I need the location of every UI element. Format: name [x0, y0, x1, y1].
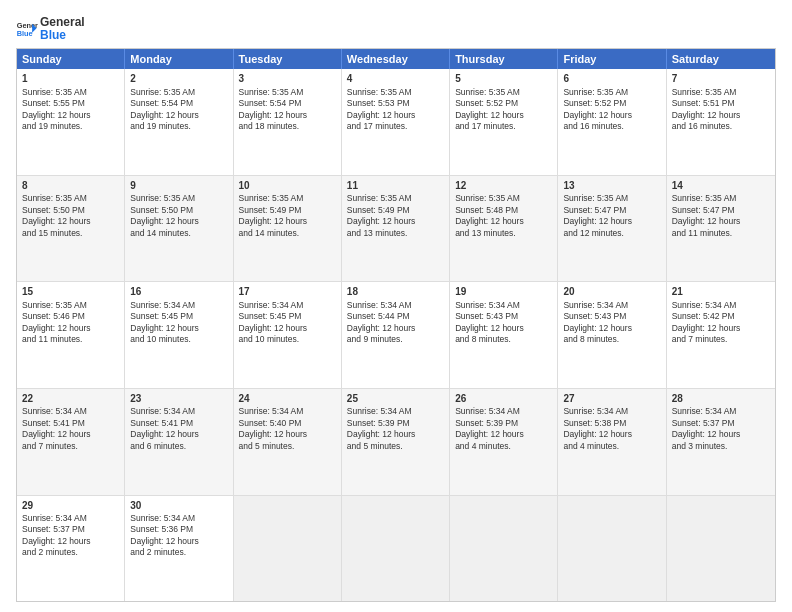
day-info-line: Sunset: 5:41 PM [22, 418, 119, 429]
day-info-line: Sunrise: 5:34 AM [130, 513, 227, 524]
empty-cell [450, 496, 558, 602]
day-info-line: Daylight: 12 hours [347, 323, 444, 334]
day-cell-19: 19Sunrise: 5:34 AMSunset: 5:43 PMDayligh… [450, 282, 558, 388]
header: General Blue General Blue [16, 12, 776, 42]
day-number: 8 [22, 179, 119, 193]
day-info-line: Sunrise: 5:35 AM [347, 193, 444, 204]
day-info-line: Sunset: 5:45 PM [239, 311, 336, 322]
day-info-line: Sunrise: 5:35 AM [239, 87, 336, 98]
day-info-line: and 16 minutes. [672, 121, 770, 132]
day-info-line: Daylight: 12 hours [455, 429, 552, 440]
logo-text-line2: Blue [40, 29, 85, 42]
day-info-line: and 6 minutes. [130, 441, 227, 452]
day-info-line: Sunset: 5:52 PM [563, 98, 660, 109]
day-number: 2 [130, 72, 227, 86]
day-info-line: Daylight: 12 hours [239, 323, 336, 334]
day-number: 26 [455, 392, 552, 406]
day-cell-22: 22Sunrise: 5:34 AMSunset: 5:41 PMDayligh… [17, 389, 125, 495]
day-cell-18: 18Sunrise: 5:34 AMSunset: 5:44 PMDayligh… [342, 282, 450, 388]
day-info-line: and 19 minutes. [130, 121, 227, 132]
day-number: 21 [672, 285, 770, 299]
day-number: 22 [22, 392, 119, 406]
day-info-line: Daylight: 12 hours [672, 216, 770, 227]
calendar-row-3: 22Sunrise: 5:34 AMSunset: 5:41 PMDayligh… [17, 389, 775, 496]
day-info-line: Sunrise: 5:34 AM [22, 406, 119, 417]
day-info-line: Daylight: 12 hours [22, 429, 119, 440]
calendar-row-4: 29Sunrise: 5:34 AMSunset: 5:37 PMDayligh… [17, 496, 775, 602]
day-info-line: and 17 minutes. [347, 121, 444, 132]
day-info-line: Daylight: 12 hours [455, 216, 552, 227]
day-number: 29 [22, 499, 119, 513]
day-info-line: Sunset: 5:38 PM [563, 418, 660, 429]
day-cell-4: 4Sunrise: 5:35 AMSunset: 5:53 PMDaylight… [342, 69, 450, 175]
weekday-header-tuesday: Tuesday [234, 49, 342, 69]
day-info-line: Daylight: 12 hours [563, 429, 660, 440]
day-info-line: and 13 minutes. [347, 228, 444, 239]
logo: General Blue General Blue [16, 16, 85, 42]
day-info-line: Sunrise: 5:35 AM [130, 193, 227, 204]
weekday-header-saturday: Saturday [667, 49, 775, 69]
weekday-header-friday: Friday [558, 49, 666, 69]
day-number: 3 [239, 72, 336, 86]
day-info-line: and 2 minutes. [130, 547, 227, 558]
day-info-line: and 14 minutes. [239, 228, 336, 239]
day-info-line: and 9 minutes. [347, 334, 444, 345]
day-cell-23: 23Sunrise: 5:34 AMSunset: 5:41 PMDayligh… [125, 389, 233, 495]
weekday-header-monday: Monday [125, 49, 233, 69]
day-info-line: Sunrise: 5:34 AM [455, 406, 552, 417]
day-cell-16: 16Sunrise: 5:34 AMSunset: 5:45 PMDayligh… [125, 282, 233, 388]
weekday-header-wednesday: Wednesday [342, 49, 450, 69]
logo-icon: General Blue [16, 18, 38, 40]
day-number: 15 [22, 285, 119, 299]
day-info-line: Sunset: 5:55 PM [22, 98, 119, 109]
day-info-line: Sunrise: 5:34 AM [672, 406, 770, 417]
day-info-line: Sunrise: 5:35 AM [563, 193, 660, 204]
day-info-line: Sunset: 5:43 PM [455, 311, 552, 322]
day-info-line: Daylight: 12 hours [22, 323, 119, 334]
day-info-line: Sunset: 5:36 PM [130, 524, 227, 535]
day-info-line: and 13 minutes. [455, 228, 552, 239]
day-number: 23 [130, 392, 227, 406]
day-info-line: Sunrise: 5:34 AM [347, 406, 444, 417]
day-info-line: Sunset: 5:50 PM [130, 205, 227, 216]
day-info-line: and 15 minutes. [22, 228, 119, 239]
day-info-line: Daylight: 12 hours [130, 536, 227, 547]
day-number: 16 [130, 285, 227, 299]
day-cell-26: 26Sunrise: 5:34 AMSunset: 5:39 PMDayligh… [450, 389, 558, 495]
day-info-line: Sunrise: 5:35 AM [22, 193, 119, 204]
day-cell-12: 12Sunrise: 5:35 AMSunset: 5:48 PMDayligh… [450, 176, 558, 282]
day-info-line: Daylight: 12 hours [563, 110, 660, 121]
day-cell-10: 10Sunrise: 5:35 AMSunset: 5:49 PMDayligh… [234, 176, 342, 282]
day-number: 7 [672, 72, 770, 86]
day-info-line: Sunset: 5:40 PM [239, 418, 336, 429]
day-info-line: Daylight: 12 hours [130, 323, 227, 334]
day-cell-14: 14Sunrise: 5:35 AMSunset: 5:47 PMDayligh… [667, 176, 775, 282]
day-number: 9 [130, 179, 227, 193]
day-cell-7: 7Sunrise: 5:35 AMSunset: 5:51 PMDaylight… [667, 69, 775, 175]
day-info-line: Daylight: 12 hours [563, 216, 660, 227]
day-info-line: Sunrise: 5:34 AM [455, 300, 552, 311]
day-info-line: and 5 minutes. [239, 441, 336, 452]
day-number: 4 [347, 72, 444, 86]
day-info-line: Daylight: 12 hours [672, 429, 770, 440]
day-info-line: Daylight: 12 hours [130, 110, 227, 121]
day-info-line: Sunset: 5:42 PM [672, 311, 770, 322]
day-cell-24: 24Sunrise: 5:34 AMSunset: 5:40 PMDayligh… [234, 389, 342, 495]
day-cell-21: 21Sunrise: 5:34 AMSunset: 5:42 PMDayligh… [667, 282, 775, 388]
day-info-line: and 10 minutes. [239, 334, 336, 345]
day-info-line: Sunset: 5:47 PM [563, 205, 660, 216]
day-number: 17 [239, 285, 336, 299]
day-info-line: and 18 minutes. [239, 121, 336, 132]
day-info-line: Daylight: 12 hours [455, 110, 552, 121]
day-info-line: and 11 minutes. [22, 334, 119, 345]
day-cell-25: 25Sunrise: 5:34 AMSunset: 5:39 PMDayligh… [342, 389, 450, 495]
day-info-line: Sunrise: 5:34 AM [22, 513, 119, 524]
day-info-line: Sunset: 5:39 PM [455, 418, 552, 429]
day-cell-15: 15Sunrise: 5:35 AMSunset: 5:46 PMDayligh… [17, 282, 125, 388]
day-info-line: Daylight: 12 hours [563, 323, 660, 334]
day-cell-17: 17Sunrise: 5:34 AMSunset: 5:45 PMDayligh… [234, 282, 342, 388]
day-info-line: and 4 minutes. [455, 441, 552, 452]
day-info-line: Sunrise: 5:34 AM [239, 300, 336, 311]
day-info-line: and 8 minutes. [455, 334, 552, 345]
day-info-line: Daylight: 12 hours [455, 323, 552, 334]
